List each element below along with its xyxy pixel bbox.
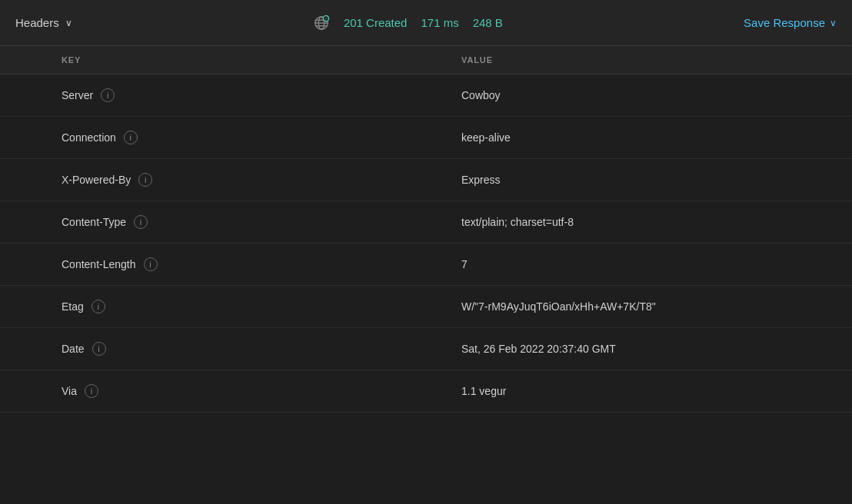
col-empty: [0, 46, 46, 75]
toolbar-right: Save Response ∨: [744, 16, 837, 29]
status-code: 201 Created: [344, 16, 408, 29]
toolbar-left: Headers ∨: [15, 16, 72, 29]
save-response-button[interactable]: Save Response ∨: [744, 16, 837, 29]
svg-text:✓: ✓: [324, 17, 328, 21]
row-number: [0, 201, 46, 244]
row-number: [0, 370, 46, 413]
response-time: 171 ms: [421, 16, 458, 29]
row-number: [0, 286, 46, 328]
info-icon[interactable]: i: [124, 131, 138, 144]
key-text: X-Powered-By: [62, 174, 131, 186]
info-icon[interactable]: i: [134, 215, 148, 229]
headers-label: Headers: [15, 16, 59, 29]
key-cell: X-Powered-Byi: [46, 159, 446, 201]
table-row: Content-Typeitext/plain; charset=utf-8: [0, 201, 852, 244]
value-cell: Express: [446, 159, 852, 201]
table-header-row: KEY VALUE: [0, 46, 852, 75]
value-cell: W/"7-rM9AyJuqT6iOan/xHh+AW+7K/T8": [446, 286, 852, 328]
table-body: ServeriCowboyConnectionikeep-aliveX-Powe…: [0, 75, 852, 413]
key-text: Server: [62, 89, 93, 101]
info-icon[interactable]: i: [92, 342, 106, 356]
key-text: Content-Length: [62, 258, 136, 270]
key-cell: Serveri: [46, 75, 446, 117]
value-cell: 7: [446, 244, 852, 286]
headers-table-container: KEY VALUE ServeriCowboyConnectionikeep-a…: [0, 46, 852, 504]
info-icon[interactable]: i: [138, 173, 152, 187]
info-icon[interactable]: i: [92, 300, 105, 313]
col-value-header: VALUE: [446, 46, 852, 75]
key-text: Via: [62, 385, 77, 397]
key-cell: Viai: [46, 370, 446, 413]
key-cell: Connectioni: [46, 117, 446, 159]
table-row: Connectionikeep-alive: [0, 117, 852, 159]
value-cell: text/plain; charset=utf-8: [446, 201, 852, 244]
headers-table: KEY VALUE ServeriCowboyConnectionikeep-a…: [0, 46, 852, 413]
row-number: [0, 75, 46, 117]
toolbar: Headers ∨ ✓ 201 Created 171 ms 248 B Sav…: [0, 0, 852, 46]
row-number: [0, 244, 46, 286]
key-text: Date: [62, 343, 85, 355]
table-row: X-Powered-ByiExpress: [0, 159, 852, 201]
table-row: ServeriCowboy: [0, 75, 852, 117]
value-cell: keep-alive: [446, 117, 852, 159]
info-icon[interactable]: i: [101, 88, 115, 102]
toolbar-center: ✓ 201 Created 171 ms 248 B: [313, 15, 503, 32]
value-cell: Sat, 26 Feb 2022 20:37:40 GMT: [446, 328, 852, 370]
table-row: DateiSat, 26 Feb 2022 20:37:40 GMT: [0, 328, 852, 370]
key-cell: Content-Typei: [46, 201, 446, 244]
info-icon[interactable]: i: [144, 257, 158, 271]
info-icon[interactable]: i: [85, 384, 98, 398]
key-text: Etag: [62, 300, 84, 313]
key-cell: Datei: [46, 328, 446, 370]
save-response-label: Save Response: [744, 16, 825, 29]
table-row: Viai1.1 vegur: [0, 370, 852, 413]
headers-chevron-icon[interactable]: ∨: [65, 18, 72, 28]
response-size: 248 B: [473, 16, 503, 29]
key-cell: Etagi: [46, 286, 446, 328]
col-key-header: KEY: [46, 46, 446, 75]
table-row: Content-Lengthi7: [0, 244, 852, 286]
value-cell: 1.1 vegur: [446, 370, 852, 413]
key-cell: Content-Lengthi: [46, 244, 446, 286]
value-cell: Cowboy: [446, 75, 852, 117]
row-number: [0, 328, 46, 370]
globe-icon: ✓: [313, 15, 330, 32]
row-number: [0, 117, 46, 159]
key-text: Connection: [62, 131, 116, 144]
key-text: Content-Type: [62, 216, 126, 228]
table-row: EtagiW/"7-rM9AyJuqT6iOan/xHh+AW+7K/T8": [0, 286, 852, 328]
row-number: [0, 159, 46, 201]
save-response-chevron-icon: ∨: [830, 18, 837, 28]
